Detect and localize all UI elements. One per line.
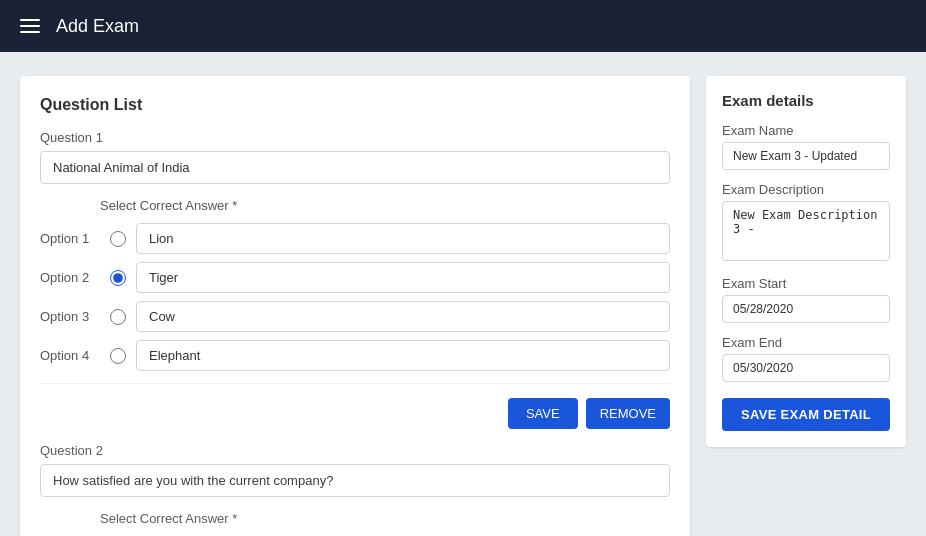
exam-details-title: Exam details [722,92,890,109]
save-exam-detail-button[interactable]: SAVE EXAM DETAIL [722,398,890,431]
question-1-options: Option 1 Option 2 Option 3 [40,223,670,371]
option-4-label: Option 4 [40,348,100,363]
exam-name-input[interactable] [722,142,890,170]
option-2-label: Option 2 [40,270,100,285]
option-4-input[interactable] [136,340,670,371]
option-row-1: Option 1 [40,223,670,254]
question-1-input[interactable] [40,151,670,184]
main-layout: Question List Question 1 Select Correct … [0,52,926,536]
exam-description-label: Exam Description [722,182,890,197]
option-4-radio[interactable] [110,348,126,364]
exam-start-input[interactable] [722,295,890,323]
exam-description-input[interactable]: New Exam Description 3 - [722,201,890,261]
menu-icon[interactable] [20,19,40,33]
option-1-radio[interactable] [110,231,126,247]
question-1-label: Question 1 [40,130,670,145]
option-1-input[interactable] [136,223,670,254]
exam-name-label: Exam Name [722,123,890,138]
question-1-block: Question 1 Select Correct Answer * Optio… [40,130,670,443]
option-2-input[interactable] [136,262,670,293]
option-row-4: Option 4 [40,340,670,371]
exam-end-input[interactable] [722,354,890,382]
option-2-radio[interactable] [110,270,126,286]
save-button[interactable]: SAVE [508,398,578,429]
remove-button[interactable]: REMOVE [586,398,670,429]
question-list-title: Question List [40,96,670,114]
option-row-3: Option 3 [40,301,670,332]
question-1-actions: SAVE REMOVE [40,383,670,443]
option-3-label: Option 3 [40,309,100,324]
exam-start-label: Exam Start [722,276,890,291]
topbar: Add Exam [0,0,926,52]
select-correct-label-1: Select Correct Answer * [100,198,670,213]
page-title: Add Exam [56,16,139,37]
select-correct-label-2: Select Correct Answer * [100,511,670,526]
option-1-label: Option 1 [40,231,100,246]
question-2-input[interactable] [40,464,670,497]
option-row-2: Option 2 [40,262,670,293]
question-2-label: Question 2 [40,443,670,458]
option-3-input[interactable] [136,301,670,332]
exam-end-label: Exam End [722,335,890,350]
right-panel: Exam details Exam Name Exam Description … [706,76,906,447]
left-panel: Question List Question 1 Select Correct … [20,76,690,536]
question-2-block: Question 2 Select Correct Answer * Optio… [40,443,670,536]
option-3-radio[interactable] [110,309,126,325]
